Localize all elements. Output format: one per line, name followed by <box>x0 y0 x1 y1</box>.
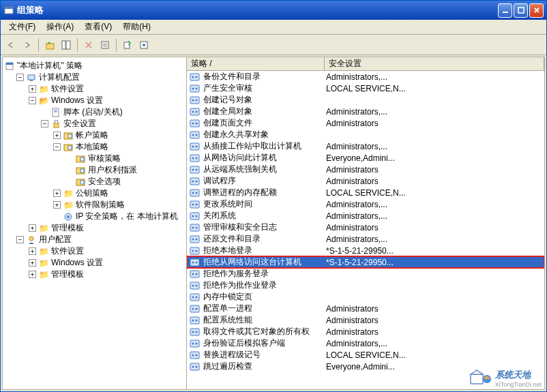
tree-user-software-settings[interactable]: + 软件设置 <box>29 245 185 257</box>
policy-row[interactable]: 产生安全审核LOCAL SERVICE,N... <box>187 82 544 94</box>
expand-icon[interactable]: + <box>29 85 36 93</box>
policy-row[interactable]: 创建记号对象 <box>187 94 544 106</box>
expand-icon[interactable]: + <box>53 132 61 139</box>
menu-view[interactable]: 查看(V) <box>79 20 117 34</box>
tree-audit-policy[interactable]: 审核策略 <box>65 153 185 164</box>
policy-row[interactable]: 拒绝作为服务登录 <box>187 268 544 280</box>
policy-row[interactable]: 拒绝从网络访问这台计算机*S-1-5-21-29950... <box>187 256 544 268</box>
tree-scripts[interactable]: 脚本 (启动/关机) <box>41 106 185 118</box>
policy-name: 调整进程的内存配额 <box>203 187 326 198</box>
tree-admin-templates[interactable]: + 管理模板 <box>29 222 185 234</box>
svg-rect-27 <box>80 157 84 161</box>
policy-row[interactable]: 从插接工作站中取出计算机Administrators,... <box>187 140 544 152</box>
properties-button[interactable] <box>98 37 113 52</box>
back-button[interactable] <box>3 37 18 52</box>
policy-setting: Everyone,Admini... <box>326 362 544 372</box>
policy-row[interactable]: 拒绝本地登录*S-1-5-21-29950... <box>187 245 544 256</box>
policy-row[interactable]: 关闭系统Administrators,... <box>187 210 544 222</box>
expand-icon[interactable]: + <box>29 224 36 232</box>
policy-row[interactable]: 备份文件和目录Administrators,... <box>187 71 544 82</box>
policy-row[interactable]: 调试程序Administrators <box>187 175 544 187</box>
tree-user-windows-settings[interactable]: + Windows 设置 <box>29 257 185 269</box>
tree-software-settings[interactable]: + 软件设置 <box>29 83 185 95</box>
close-button[interactable] <box>529 3 544 18</box>
minimize-button[interactable] <box>498 3 512 18</box>
svg-point-45 <box>192 110 194 112</box>
expand-icon[interactable]: + <box>29 271 36 278</box>
policy-row[interactable]: 从网络访问此计算机Everyone,Admini... <box>187 152 544 164</box>
tree-security-settings[interactable]: − 安全设置 <box>41 118 185 130</box>
tree-windows-settings[interactable]: − Windows 设置 <box>29 95 185 106</box>
policy-row[interactable]: 身份验证后模拟客户端Administrators,... <box>187 337 544 349</box>
tree-security-options[interactable]: 安全选项 <box>65 176 185 187</box>
svg-point-52 <box>196 134 198 136</box>
collapse-icon[interactable]: − <box>16 74 24 81</box>
column-header-security[interactable]: 安全设置 <box>325 57 544 70</box>
svg-point-99 <box>192 319 194 321</box>
svg-point-88 <box>196 273 198 275</box>
tree-label: 公钥策略 <box>76 187 108 199</box>
svg-point-93 <box>192 296 194 298</box>
policy-row[interactable]: 配置单一进程Administrators <box>187 303 544 314</box>
tree-label: 计算机配置 <box>39 72 80 83</box>
policy-row[interactable]: 调整进程的内存配额LOCAL SERVICE,N... <box>187 187 544 198</box>
collapse-icon[interactable]: − <box>53 143 61 151</box>
expand-icon[interactable]: + <box>53 201 61 209</box>
policy-row[interactable]: 取得文件或其它对象的所有权Administrators <box>187 326 544 337</box>
policy-item-icon <box>190 362 201 372</box>
collapse-icon[interactable]: − <box>29 97 36 104</box>
policy-row[interactable]: 创建页面文件Administrators <box>187 117 544 129</box>
maximize-button[interactable] <box>514 3 528 18</box>
policy-row[interactable]: 内存中锁定页 <box>187 291 544 303</box>
policy-row[interactable]: 配置系统性能Administrators <box>187 314 544 326</box>
menu-action[interactable]: 操作(A) <box>41 20 79 34</box>
policy-row[interactable]: 从远端系统强制关机Administrators <box>187 164 544 175</box>
tree-label: 安全设置 <box>63 118 96 130</box>
expand-icon[interactable]: + <box>29 247 36 255</box>
tree-label: 脚本 (启动/关机) <box>63 106 123 118</box>
tree-panel[interactable]: "本地计算机" 策略 − 计算机配置 + 软件设置 <box>3 57 187 389</box>
tree-computer-config[interactable]: − 计算机配置 <box>16 72 185 83</box>
policy-setting: Administrators <box>326 165 544 175</box>
tree-software-restriction[interactable]: + 软件限制策略 <box>53 199 185 211</box>
group-policy-window: 组策略 文件(F) 操作(A) 查看(V) 帮助(H) "本地计算机" <box>0 0 547 392</box>
menu-help[interactable]: 帮助(H) <box>117 20 156 34</box>
tree-root[interactable]: "本地计算机" 策略 <box>4 60 185 72</box>
expand-icon[interactable]: + <box>29 259 36 267</box>
forward-button[interactable] <box>20 37 35 52</box>
policy-name: 创建全局对象 <box>203 106 326 117</box>
tree-ip-security[interactable]: IP 安全策略，在 本地计算机 <box>53 211 185 222</box>
delete-button[interactable] <box>81 37 96 52</box>
policy-row[interactable]: 创建全局对象Administrators,... <box>187 106 544 117</box>
refresh-button[interactable] <box>136 37 151 52</box>
titlebar[interactable]: 组策略 <box>1 1 546 20</box>
collapse-icon[interactable]: − <box>41 120 48 127</box>
policy-name: 备份文件和目录 <box>203 71 326 82</box>
column-header-policy[interactable]: 策略 / <box>187 57 325 70</box>
folder-icon <box>38 224 49 233</box>
tree-user-admin-templates[interactable]: + 管理模板 <box>29 269 185 280</box>
tree-account-policy[interactable]: + 帐户策略 <box>53 130 185 141</box>
show-hide-tree-button[interactable] <box>59 37 74 52</box>
policy-row[interactable]: 还原文件和目录Administrators,... <box>187 233 544 245</box>
svg-point-103 <box>196 331 198 333</box>
list-body[interactable]: 备份文件和目录Administrators,...产生安全审核LOCAL SER… <box>187 71 544 389</box>
expand-icon[interactable]: + <box>53 190 61 197</box>
up-button[interactable] <box>42 37 57 52</box>
export-button[interactable] <box>120 37 135 52</box>
tree-user-rights[interactable]: 用户权利指派 <box>65 164 185 176</box>
collapse-icon[interactable]: − <box>16 236 24 243</box>
policy-name: 还原文件和目录 <box>203 233 326 245</box>
policy-row[interactable]: 拒绝作为批作业登录 <box>187 280 544 291</box>
policy-row[interactable]: 跳过遍历检查Everyone,Admini... <box>187 361 544 372</box>
svg-point-61 <box>196 168 198 170</box>
tree-user-config[interactable]: − 用户配置 <box>16 234 185 245</box>
policy-row[interactable]: 管理审核和安全日志Administrators <box>187 222 544 233</box>
policy-row[interactable]: 创建永久共享对象 <box>187 129 544 140</box>
menu-file[interactable]: 文件(F) <box>3 20 41 34</box>
policy-row[interactable]: 替换进程级记号LOCAL SERVICE,N... <box>187 349 544 361</box>
tree-public-key[interactable]: + 公钥策略 <box>53 187 185 199</box>
policy-row[interactable]: 更改系统时间Administrators,... <box>187 198 544 210</box>
tree-local-policy[interactable]: − 本地策略 <box>53 141 185 153</box>
policy-name: 替换进程级记号 <box>203 349 326 361</box>
